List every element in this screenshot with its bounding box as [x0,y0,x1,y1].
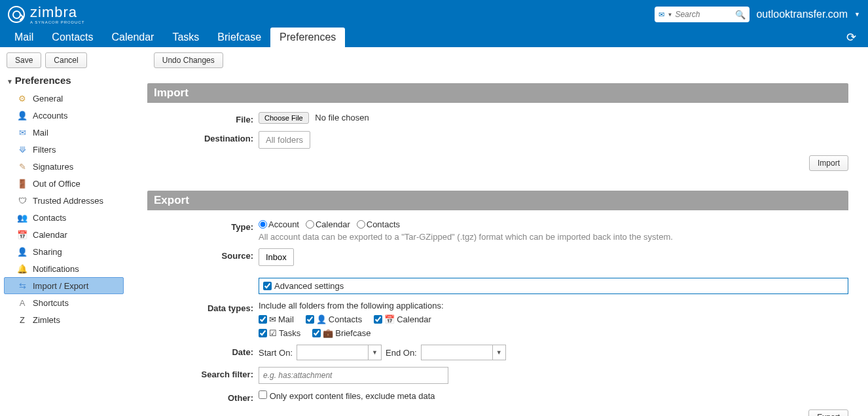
sidebar-item-label: Zimlets [33,315,60,325]
no-file-text: No file chosen [315,113,369,123]
chevron-down-icon[interactable]: ▼ [667,12,672,18]
advanced-settings-checkbox[interactable] [263,282,272,290]
export-button[interactable]: Export [808,409,848,416]
datatype-tasks: ☑Tasks [259,328,300,338]
out-of-office-icon: 🚪 [17,178,27,189]
tab-contacts[interactable]: Contacts [43,28,102,47]
datatype-contacts-label[interactable]: Contacts [329,314,362,324]
datatype-mail: ✉Mail [259,314,294,324]
reload-icon[interactable]: ⟳ [840,28,863,47]
advanced-settings-label[interactable]: Advanced settings [274,281,344,291]
topbar: zimbra A SYNACOR PRODUCT ✉ ▼ 🔍 outlooktr… [0,0,868,29]
sidebar-item-label: General [33,94,63,104]
undo-changes-button[interactable]: Undo Changes [154,52,223,68]
import-heading: Import [147,83,848,103]
type-account-radio[interactable] [259,220,267,229]
sidebar-item-shortcuts[interactable]: AShortcuts [4,294,124,311]
contacts-icon: 👤 [316,314,327,324]
search-filter-label: Search filter: [147,367,259,379]
exclude-metadata-checkbox[interactable] [259,390,267,399]
end-date-dropdown-icon[interactable]: ▼ [493,345,506,360]
calendar-icon: 📅 [17,229,27,240]
datatype-briefcase-checkbox[interactable] [312,329,321,337]
sidebar-item-sharing[interactable]: 👤Sharing [4,243,124,260]
cancel-button[interactable]: Cancel [45,52,86,68]
datatype-mail-label[interactable]: Mail [278,314,294,324]
sidebar-item-contacts[interactable]: 👥Contacts [4,209,124,226]
type-calendar-label[interactable]: Calendar [316,219,350,229]
search-input[interactable] [675,10,732,19]
search-box[interactable]: ✉ ▼ 🔍 [655,7,750,22]
datatype-contacts-checkbox[interactable] [306,315,314,324]
sidebar-item-calendar[interactable]: 📅Calendar [4,226,124,243]
sidebar-item-filters[interactable]: ⟱Filters [4,141,124,158]
site-menu-arrow-icon[interactable]: ▼ [854,11,860,18]
choose-file-button[interactable]: Choose File [259,112,309,124]
sidebar-item-label: Shortcuts [33,298,69,308]
tab-tasks[interactable]: Tasks [163,28,208,47]
save-button[interactable]: Save [7,52,41,68]
sidebar-item-label: Mail [33,128,48,138]
sidebar-item-label: Import / Export [33,281,88,291]
exclude-metadata-label[interactable]: Only export content files, exclude meta … [270,391,435,401]
sidebar-item-label: Accounts [33,111,67,121]
start-date-input[interactable] [297,345,369,360]
end-date-input[interactable] [421,345,493,360]
tab-calendar[interactable]: Calendar [102,28,163,47]
date-label: Date: [147,345,259,357]
datatype-contacts: 👤Contacts [306,314,362,324]
sidebar-item-mail[interactable]: ✉Mail [4,124,124,141]
tab-preferences[interactable]: Preferences [270,28,345,47]
type-account-label[interactable]: Account [268,219,299,229]
import-export-icon: ⇆ [17,280,27,291]
shortcuts-icon: A [17,297,27,308]
tab-briefcase[interactable]: Briefcase [208,28,270,47]
sidebar-item-out-of-office[interactable]: 🚪Out of Office [4,175,124,192]
datatype-tasks-checkbox[interactable] [259,329,267,337]
type-calendar-radio[interactable] [306,220,314,229]
sidebar-item-label: Trusted Addresses [33,196,103,206]
datatype-briefcase-label[interactable]: Briefcase [335,328,371,338]
sidebar-item-trusted-addresses[interactable]: 🛡Trusted Addresses [4,192,124,209]
destination-label: Destination: [147,131,259,143]
sidebar-item-notifications[interactable]: 🔔Notifications [4,260,124,277]
datatype-tasks-label[interactable]: Tasks [279,328,300,338]
notifications-icon: 🔔 [17,263,27,274]
datatype-mail-checkbox[interactable] [259,315,267,324]
source-button[interactable]: Inbox [259,248,294,266]
tab-mail[interactable]: Mail [5,28,43,47]
search-filter-input[interactable] [259,367,448,384]
import-button[interactable]: Import [809,155,848,171]
sidebar-item-signatures[interactable]: ✎Signatures [4,158,124,175]
general-icon: ⚙ [17,93,27,104]
sidebar-item-zimlets[interactable]: ZZimlets [4,311,124,328]
sharing-icon: 👤 [17,246,27,257]
sidebar-heading[interactable]: Preferences [4,73,124,90]
data-types-label: Data types: [147,301,259,313]
start-date-dropdown-icon[interactable]: ▼ [369,345,382,360]
destination-button[interactable]: All folders [259,131,310,149]
logo: zimbra A SYNACOR PRODUCT [8,5,84,24]
file-label: File: [147,112,259,124]
datatype-briefcase: 💼Briefcase [312,328,371,338]
mail-icon: ✉ [17,127,27,138]
sidebar-item-label: Out of Office [33,179,81,189]
calendar-icon: 📅 [384,314,395,324]
filters-icon: ⟱ [17,144,27,155]
datatype-calendar-label[interactable]: Calendar [397,314,431,324]
type-contacts-radio[interactable] [357,220,365,229]
logo-text: zimbra [30,5,84,20]
sidebar-item-general[interactable]: ⚙General [4,90,124,107]
sidebar-item-accounts[interactable]: 👤Accounts [4,107,124,124]
datatype-calendar-checkbox[interactable] [374,315,382,324]
search-icon[interactable]: 🔍 [735,10,746,20]
export-heading: Export [147,191,848,210]
content: Import File: Choose File No file chosen … [128,73,868,416]
start-on-label: Start On: [259,348,293,358]
site-link[interactable]: outlooktransfer.com [756,9,848,20]
type-contacts-label[interactable]: Contacts [367,219,400,229]
main-tabs: MailContactsCalendarTasksBriefcasePrefer… [0,29,868,47]
sidebar-item-import-export[interactable]: ⇆Import / Export [4,277,124,294]
sidebar-item-label: Filters [33,145,56,155]
accounts-icon: 👤 [17,110,27,121]
